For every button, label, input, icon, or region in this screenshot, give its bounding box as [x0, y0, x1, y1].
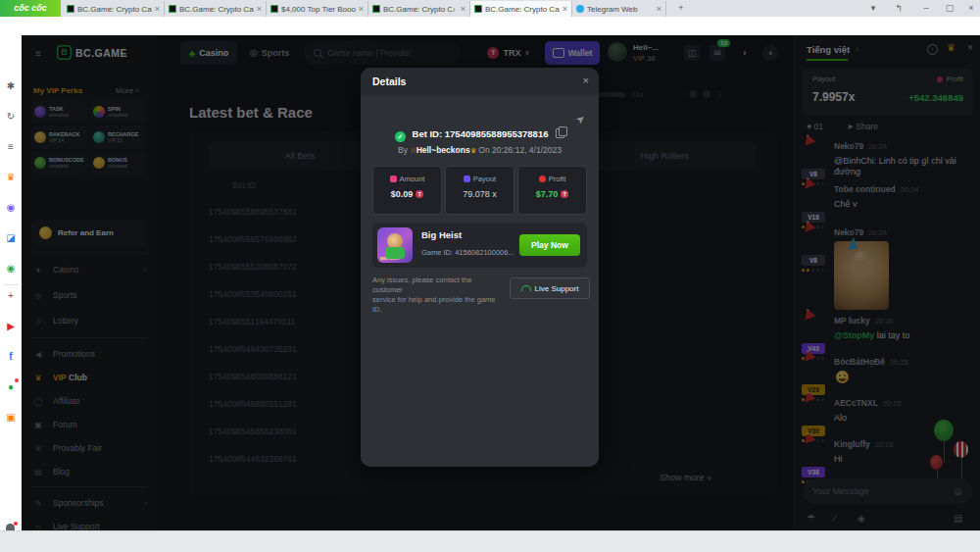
- window-maximize-button[interactable]: ▢: [939, 0, 960, 17]
- copy-bet-id-icon[interactable]: [556, 128, 564, 138]
- tab-close-icon[interactable]: ×: [563, 4, 567, 14]
- support-note: Any issues, please contact the customers…: [372, 276, 502, 315]
- bcgame-favicon: [169, 5, 176, 13]
- play-now-button[interactable]: Play Now: [519, 234, 580, 256]
- browser-tab[interactable]: BC.Game: Crypto Casino Gan ×: [63, 1, 165, 17]
- bcgame-favicon: [67, 5, 74, 13]
- headset-icon: [521, 285, 531, 291]
- tab-close-icon[interactable]: ×: [461, 4, 466, 14]
- messenger-icon[interactable]: ◉: [0, 200, 22, 216]
- bet-by-row: By ☃Hell~beckons♛ On 20:26:12, 4/1/2023: [361, 145, 599, 155]
- profit-icon: [539, 176, 546, 182]
- reading-list-icon[interactable]: ≡: [0, 139, 22, 155]
- zalo-icon[interactable]: ●: [0, 379, 22, 395]
- browser-address-bar: ← → ↻ bc.game/game/big-heist-by-booongo …: [0, 17, 980, 36]
- browser-tab[interactable]: BC.Game: Crypto Casino ♪ ×: [368, 1, 470, 17]
- coccoc-feed-icon[interactable]: ◪: [0, 230, 22, 246]
- stat-amount: Amount $0.09T: [372, 166, 442, 215]
- settings-gear-icon[interactable]: ✱: [0, 78, 22, 94]
- bet-id-value: 17540985588955378816: [445, 128, 549, 139]
- game-name: Big Heist: [421, 229, 462, 240]
- crown-deco-icon: ♛: [470, 147, 476, 154]
- session-restore-icon[interactable]: ↰: [888, 0, 909, 17]
- screen: cốc cốc BC.Game: Crypto Casino Gan × BC.…: [0, 0, 980, 552]
- bet-id-row: ✓ Bet ID: 17540985588955378816: [361, 128, 599, 142]
- trx-coin-icon: T: [416, 190, 423, 198]
- browser-tab[interactable]: $4,000 Top Tier Booongo Mu ×: [267, 1, 368, 17]
- audio-playing-icon[interactable]: ♪: [452, 6, 456, 13]
- verified-check-icon: ✓: [395, 131, 406, 142]
- windows-taskbar: ∧ ◁) ENG 8:26 CH04/01/2023: [0, 530, 980, 552]
- youtube-icon[interactable]: ▶: [0, 319, 22, 334]
- bet-stats-row: Amount $0.09T Payout 79.078 x Profit $7.…: [372, 166, 587, 215]
- shopping-icon[interactable]: ▣: [0, 410, 22, 426]
- zalo-notification-dot: [15, 378, 19, 382]
- bet-details-modal: Details × ➤ ✓ Bet ID: 175409855889553788…: [361, 68, 599, 467]
- modal-close-icon[interactable]: ×: [583, 75, 589, 86]
- modal-header: Details ×: [361, 68, 599, 95]
- game-thumbnail[interactable]: BIG HEIST: [377, 227, 413, 263]
- bell-notification-dot: [14, 522, 18, 526]
- stat-payout: Payout 79.078 x: [445, 166, 514, 215]
- add-shortcut-icon[interactable]: +: [0, 288, 22, 304]
- browser-tab[interactable]: BC.Game: Crypto Casino Gan ×: [165, 1, 267, 17]
- tab-search-icon[interactable]: ▾: [862, 0, 884, 17]
- facebook-icon[interactable]: f: [0, 349, 22, 365]
- rail-divider: [4, 284, 18, 285]
- window-minimize-button[interactable]: –: [915, 0, 937, 17]
- amount-icon: [390, 176, 397, 182]
- trx-coin-icon: T: [561, 190, 568, 198]
- new-tab-button[interactable]: +: [670, 0, 692, 17]
- payout-icon: [464, 176, 470, 182]
- modal-title: Details: [372, 75, 406, 87]
- live-support-button[interactable]: Live Support: [510, 277, 590, 299]
- game-id-value: 4156082100006...: [455, 248, 514, 257]
- tab-close-icon[interactable]: ×: [155, 4, 160, 14]
- bet-datetime: 20:26:12, 4/1/2023: [492, 145, 562, 155]
- browser-tab[interactable]: Telegram Web ×: [572, 1, 666, 17]
- window-close-button[interactable]: ×: [960, 0, 980, 17]
- tab-close-icon[interactable]: ×: [359, 4, 364, 14]
- games-icon[interactable]: ◉: [0, 261, 22, 276]
- browser-tab-bar: cốc cốc BC.Game: Crypto Casino Gan × BC.…: [0, 0, 980, 17]
- bcgame-favicon: [474, 5, 482, 13]
- browser-side-rail: ✱ ↻ ≡ ♛ ◉ ◪ ◉ + ▶ f ● ▣ …: [0, 35, 23, 530]
- history-icon[interactable]: ↻: [0, 109, 22, 125]
- bcgame-favicon: [372, 5, 380, 13]
- stat-profit: Profit $7.70T: [517, 166, 587, 215]
- player-name[interactable]: Hell~beckons: [416, 145, 470, 155]
- share-bet-icon[interactable]: ➤: [573, 112, 588, 127]
- tab-close-icon[interactable]: ×: [657, 4, 662, 14]
- telegram-favicon: [576, 5, 584, 13]
- hot-trends-crown-icon[interactable]: ♛: [0, 170, 22, 185]
- game-id-row: Game ID: 4156082100006...: [421, 246, 530, 257]
- tab-close-icon[interactable]: ×: [257, 4, 262, 14]
- game-card: BIG HEIST Big Heist Game ID: 41560821000…: [372, 223, 587, 268]
- browser-tab-active[interactable]: BC.Game: Crypto Casino Gan ×: [470, 1, 572, 17]
- coccoc-brand-logo[interactable]: cốc cốc: [0, 0, 61, 17]
- booongo-favicon: [270, 5, 278, 13]
